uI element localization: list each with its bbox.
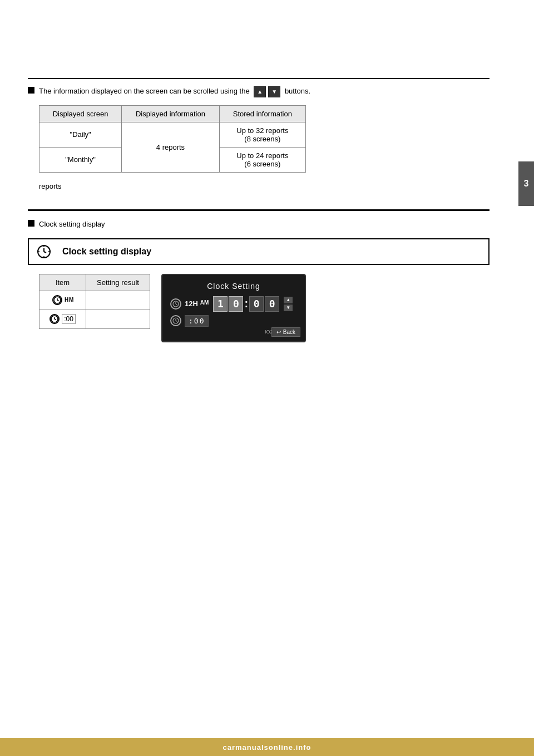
- footer-bar: carmanualsonline.info: [0, 738, 534, 756]
- result-hm: [86, 291, 150, 310]
- arrow-buttons: ▲ ▼: [254, 86, 280, 97]
- minutes-digit1: 0: [249, 296, 264, 312]
- col-header-stored: Stored information: [219, 105, 305, 122]
- back-arrow-icon: ↩: [276, 329, 281, 335]
- side-tab: 3: [518, 161, 534, 206]
- panel-arrow-down[interactable]: ▼: [284, 305, 293, 311]
- section1-block: The information displayed on the screen …: [28, 78, 490, 193]
- screen-daily: "Daily": [39, 122, 122, 147]
- arrow-up-btn[interactable]: ▲: [254, 86, 266, 97]
- section2-intro-text: Clock setting display: [39, 219, 105, 230]
- panel-arrows: ▲ ▼: [284, 297, 293, 311]
- svg-line-15: [176, 304, 177, 305]
- clock-left-table: Item Setting result: [39, 274, 150, 342]
- back-label: Back: [283, 329, 295, 335]
- section1-bullet: [28, 87, 34, 94]
- hours-digit2: 0: [229, 296, 243, 312]
- panel-title: Clock Setting: [170, 282, 297, 291]
- displayed-info: 4 reports: [122, 122, 220, 172]
- section1-divider: [28, 78, 490, 79]
- item-col-header: Item: [39, 274, 86, 291]
- section1-footer-text: reports: [28, 180, 490, 193]
- clock-setting-box: Clock setting display: [28, 238, 490, 265]
- section2-bullet: [28, 220, 34, 227]
- panel-12h: 12H: [185, 300, 198, 308]
- clock-circle-2: [50, 314, 60, 324]
- screen-monthly: "Monthly": [39, 147, 122, 172]
- svg-line-9: [57, 300, 59, 301]
- panel-content: 12H AM 1 0 : 0 0 ▲ ▼: [170, 296, 297, 327]
- svg-line-18: [176, 321, 177, 322]
- hours-digit1: 1: [213, 296, 228, 312]
- clock-icon: [37, 244, 51, 259]
- svg-line-12: [55, 319, 56, 320]
- panel-back-btn[interactable]: ↩ Back: [271, 327, 300, 337]
- result-colon: [86, 310, 150, 328]
- panel-row-1: 12H AM 1 0 : 0 0 ▲ ▼: [170, 296, 297, 312]
- col-header-displayed: Displayed information: [122, 105, 220, 122]
- clock-setting-label: Clock setting display: [55, 241, 488, 262]
- svg-line-2: [44, 252, 46, 253]
- table-row: :00: [39, 310, 150, 328]
- footer-url: carmanualsonline.info: [223, 743, 312, 752]
- table-row: "Daily" 4 reports Up to 32 reports(8 scr…: [39, 122, 306, 147]
- item-hm: H M: [39, 291, 86, 310]
- clock-hm-icon: H M: [52, 295, 73, 305]
- result-col-header: Setting result: [86, 274, 150, 291]
- section2-block: Clock setting display Clock setting disp…: [28, 209, 490, 342]
- arrow-down-btn[interactable]: ▼: [268, 86, 280, 97]
- hm-text: H M: [65, 297, 73, 303]
- stored-info-monthly: Up to 24 reports(6 screens): [219, 147, 305, 172]
- col-header-screen: Displayed screen: [39, 105, 122, 122]
- section2-divider: [28, 209, 490, 211]
- clock-circle-1: [52, 295, 62, 305]
- panel-am: AM: [200, 300, 209, 306]
- section1-header: The information displayed on the screen …: [28, 86, 490, 97]
- panel-time-display: 12H AM 1 0 : 0 0 ▲ ▼: [185, 296, 297, 312]
- stored-info-daily: Up to 32 reports(8 screens): [219, 122, 305, 147]
- panel-colon-display: :00: [185, 315, 209, 327]
- clock-setting-icon-container: [33, 239, 55, 264]
- reports-table: Displayed screen Displayed information S…: [39, 105, 306, 173]
- reports-table-container: Displayed screen Displayed information S…: [39, 105, 490, 173]
- panel-colon: :: [244, 297, 248, 310]
- clock-items-table: Item Setting result: [39, 274, 150, 329]
- panel-clock-icon-2: [170, 315, 181, 326]
- panel-arrow-up[interactable]: ▲: [284, 297, 293, 303]
- item-colon: :00: [39, 310, 86, 328]
- panel-clock-icon-1: [170, 298, 181, 310]
- clock-colon-icon: :00: [50, 314, 76, 324]
- table-row: H M: [39, 291, 150, 310]
- section1-intro-text: The information displayed on the screen …: [39, 86, 310, 97]
- panel-time-digits: 1 0 : 0 0: [213, 296, 279, 312]
- minutes-digit2: 0: [265, 296, 279, 312]
- colon-box-text: :00: [62, 314, 76, 324]
- section2-header: Clock setting display: [28, 219, 490, 230]
- panel-row-2: :00: [170, 315, 297, 327]
- clock-content-row: Item Setting result: [28, 274, 490, 342]
- clock-right-panel: Clock Setting 12H A: [161, 274, 306, 342]
